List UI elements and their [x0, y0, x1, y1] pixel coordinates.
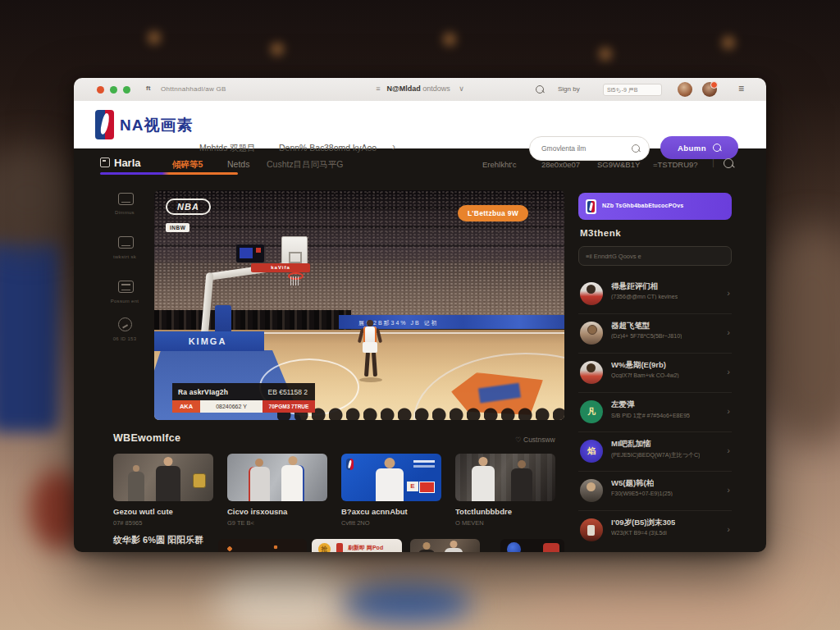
- spectator-heads: [277, 402, 564, 420]
- hoop-sponsor-band: kaVifa: [251, 263, 310, 272]
- sidebar-list-item[interactable]: 得悬距评们相 (7356@@mn CT) kevines ›: [578, 275, 732, 314]
- notification-avatar[interactable]: [702, 82, 717, 97]
- nav-right-item-1[interactable]: Erehlkht'c: [482, 160, 516, 169]
- live-badge[interactable]: L'Bettzbua 9W: [458, 205, 528, 221]
- header-nav-item-1[interactable]: Mnhtds 双题目: [199, 143, 256, 154]
- sidebar-list-item[interactable]: 焰 MI吧乱加恼 (PEJE5IC)BEDQ(W7A)主比つ个C) ›: [578, 432, 732, 472]
- chevron-right-icon[interactable]: ›: [727, 445, 730, 455]
- chevron-right-icon[interactable]: ›: [727, 406, 730, 416]
- nav-more-arrow-icon[interactable]: ›: [392, 141, 395, 153]
- court-highlight-blur: [215, 561, 354, 630]
- search-icon[interactable]: [536, 85, 544, 94]
- chevron-right-icon[interactable]: ›: [727, 367, 730, 377]
- search-icon: [713, 144, 721, 152]
- video-card[interactable]: Gezou wutl cute 07# 85965: [113, 454, 213, 527]
- hamburger-menu-icon[interactable]: ≡: [738, 83, 744, 94]
- header-search-button[interactable]: Abumn: [660, 136, 738, 159]
- list-icon: ≡: [376, 84, 380, 93]
- player-avatar: [580, 479, 603, 502]
- tab-news[interactable]: Netds: [227, 159, 249, 169]
- video-thumbnail[interactable]: [227, 454, 327, 501]
- nav-right-item-2[interactable]: 28e0x0e07: [541, 160, 580, 169]
- sidebar-list-item[interactable]: 凡 左爱弹 S/B PID 1定# #7#54o6+E8E95 ›: [578, 393, 732, 432]
- status-segment-clock: 08240662 Y: [200, 400, 262, 413]
- nba-logo[interactable]: [95, 110, 114, 139]
- video-thumbnail-partial[interactable]: [410, 539, 480, 552]
- item-title: W%悬期(E(9rb): [611, 360, 666, 371]
- sidebar-list-item[interactable]: W%悬期(E(9rb) QcgIX7f Bam+vk CO-4w2) ›: [578, 354, 732, 393]
- video-thumbnail-partial[interactable]: 抢 刷新即 网Pod: [312, 539, 402, 552]
- crowd-left-blur: [0, 148, 82, 246]
- header-search-box[interactable]: [529, 136, 650, 161]
- court-warm-blur: [517, 563, 812, 630]
- rail-label-3: Possum ent: [94, 299, 156, 304]
- chevron-right-icon[interactable]: ›: [727, 485, 730, 495]
- video-card[interactable]: Totctlunbbbdre O MEVEN: [455, 454, 555, 527]
- video-card[interactable]: E B?axcu acnnAbut Cvfitt 2NO: [341, 454, 441, 527]
- video-card[interactable]: Cicvo irsxousna G9 TE B<: [227, 454, 327, 527]
- sidebar-list-item[interactable]: 器超飞笔型 (Dz)4+ 5F7B*C5(5Br~J810) ›: [578, 314, 732, 354]
- header-nav-item-2[interactable]: Denn% Bac: [279, 143, 324, 153]
- chevron-right-icon[interactable]: ›: [727, 327, 730, 337]
- section-action-link[interactable]: ♡ Custnsww: [515, 436, 555, 444]
- video-thumbnail[interactable]: E: [341, 454, 441, 501]
- chevron-right-icon[interactable]: ›: [727, 524, 730, 534]
- section-title-more: 纹华影 6%圆 阳阳乐群: [113, 534, 203, 546]
- item-subtitle: F30(W9E5+07-E9)1(25): [611, 491, 673, 496]
- video-card-title[interactable]: Cicvo irsxousna: [227, 507, 327, 516]
- sidebar-promo-banner[interactable]: NZb TsGhb4babEtucocPOvs: [578, 193, 732, 220]
- tab-schedule[interactable]: Cushtz目吕同马平G: [267, 159, 343, 171]
- chevron-right-icon[interactable]: ›: [727, 288, 730, 298]
- video-card-title[interactable]: Totctlunbbbdre: [455, 507, 555, 516]
- sidebar-list-item[interactable]: I'09岁(B5)浏末305 W23(KT B9=4 (3)L5di ›: [578, 511, 732, 550]
- tab-home[interactable]: Harla: [100, 157, 141, 169]
- rail-label-4: 06 ID 153: [94, 336, 156, 341]
- video-card-meta: 07# 85965: [113, 519, 213, 527]
- red-caption: 刷新即 网Pod: [348, 544, 383, 552]
- item-title: 得悬距评们相: [611, 281, 658, 292]
- sign-in-link[interactable]: Sign by: [558, 85, 580, 93]
- video-thumbnail[interactable]: [113, 454, 213, 501]
- nav-right-item-3[interactable]: SG9W&B1Y: [597, 160, 640, 169]
- red-badge: [543, 543, 559, 552]
- nav-search-icon[interactable]: [724, 158, 733, 168]
- header-nav-item-3[interactable]: 38omd kyAoo: [324, 143, 377, 153]
- arena-light: [148, 31, 161, 44]
- header-search-input[interactable]: [540, 137, 629, 160]
- rail-label-1: Dimmus: [94, 210, 156, 215]
- rail-list-icon[interactable]: [118, 281, 134, 293]
- minimize-window-button[interactable]: [110, 86, 117, 94]
- video-player[interactable]: 届记2B那34% JB 记初 kaVifa KIMGA NBA INB: [154, 190, 564, 420]
- rail-history-icon[interactable]: [118, 317, 132, 331]
- site-brand-title[interactable]: NA视画素: [120, 115, 193, 136]
- item-subtitle: (7356@@mn CT) kevines: [611, 294, 678, 299]
- rail-video-icon[interactable]: [118, 193, 134, 205]
- video-card-title[interactable]: Gezou wutl cute: [113, 507, 213, 516]
- thumbnail-badge: [193, 473, 206, 488]
- address-text[interactable]: Ohttnnahhadl/aw GB: [161, 85, 226, 93]
- broadcast-tag: INBW: [166, 223, 189, 232]
- player-avatar: [580, 361, 603, 384]
- sidebar-list-item[interactable]: W5(题)韩(柏 F30(W9E5+07-E9)1(25) ›: [578, 472, 732, 511]
- tab-highlights[interactable]: 傾碎等5: [172, 159, 203, 171]
- sidebar-search-box[interactable]: ≡il EnndrtG Qoovs e: [578, 246, 732, 266]
- browser-toolbar: ft Ohttnnahhadl/aw GB ≡N@Mldad ontdows ∨…: [74, 78, 766, 102]
- video-thumbnail-partial[interactable]: [500, 539, 564, 552]
- video-card-title[interactable]: B?axcu acnnAbut: [341, 507, 441, 516]
- item-subtitle: (PEJE5IC)BEDQ(W7A)主比つ个C): [611, 451, 700, 459]
- video-thumbnail-partial[interactable]: [218, 539, 307, 552]
- arena-light: [599, 48, 612, 61]
- nav-right-item-4[interactable]: =TSTDRU9?: [653, 160, 698, 169]
- rail-label-2: twkstrt sk: [94, 254, 156, 259]
- toolbar-mini-field[interactable]: St5ち-9 戸B: [603, 84, 662, 96]
- profile-avatar[interactable]: [678, 82, 692, 97]
- shot-clock: [236, 244, 264, 262]
- close-window-button[interactable]: [97, 86, 104, 94]
- tab-title[interactable]: ≡N@Mldad ontdows ∨: [376, 84, 464, 93]
- zoom-window-button[interactable]: [123, 86, 130, 94]
- video-thumbnail[interactable]: [455, 454, 555, 501]
- item-title: MI吧乱加恼: [611, 439, 651, 450]
- sidebar-section-title: M3thenk: [580, 228, 621, 238]
- rail-monitor-icon[interactable]: [118, 236, 134, 249]
- search-icon[interactable]: [632, 144, 640, 153]
